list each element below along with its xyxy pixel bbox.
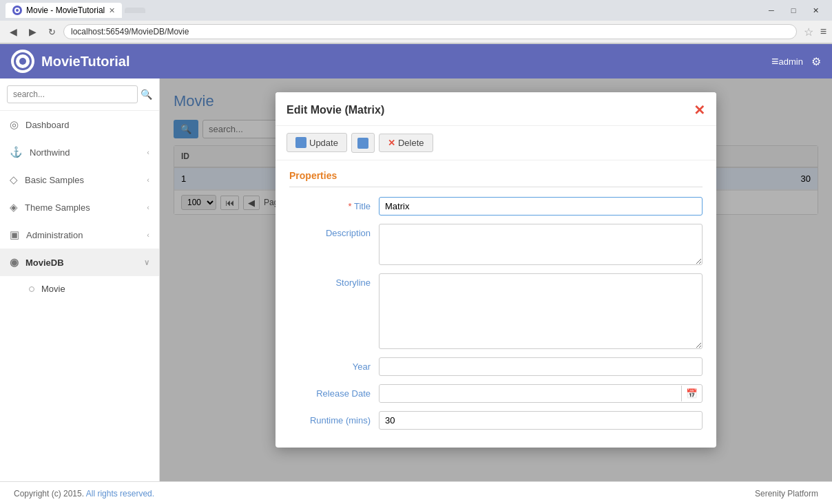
storyline-label: Storyline: [289, 273, 379, 288]
header-right: admin ⚙: [779, 55, 821, 68]
window-controls: ─ □ ✕: [760, 3, 826, 18]
title-input[interactable]: [379, 197, 703, 216]
browser-toolbar: ◀ ▶ ↻ ☆ ≡: [0, 21, 832, 43]
section-properties-title: Properties: [289, 170, 703, 187]
app-wrapper: MovieTutorial ≡ admin ⚙ 🔍 ◎ Dashboard ⚓ …: [0, 44, 832, 504]
search-button[interactable]: 🔍: [141, 89, 152, 100]
edit-movie-modal: Edit Movie (Matrix) ✕ Update ✕: [275, 92, 716, 448]
modal-toolbar: Update ✕ Delete: [275, 126, 716, 160]
tab-favicon: [12, 6, 22, 15]
hamburger-icon[interactable]: ≡: [771, 54, 779, 69]
sidebar-item-northwind[interactable]: ⚓ Northwind ‹: [0, 138, 159, 166]
delete-x-icon: ✕: [388, 138, 395, 148]
sidebar-item-movie[interactable]: Movie: [0, 276, 159, 302]
save-icon: [357, 138, 368, 149]
field-title-row: Title: [289, 197, 703, 216]
delete-button[interactable]: ✕ Delete: [379, 134, 433, 152]
main-content: Movie 🔍 ID Title ime in Minutes: [160, 78, 832, 481]
runtime-input[interactable]: [379, 411, 703, 430]
chevron-icon: ‹: [147, 148, 149, 156]
modal-overlay: Edit Movie (Matrix) ✕ Update ✕: [160, 78, 832, 481]
tab-title: Movie - MovieTutorial: [26, 6, 105, 15]
footer-rights-link[interactable]: All rights reserved.: [86, 489, 154, 498]
storyline-textarea[interactable]: [379, 273, 703, 349]
dashboard-icon: ◎: [10, 118, 19, 131]
calendar-icon[interactable]: 📅: [681, 386, 702, 401]
description-textarea[interactable]: [379, 224, 703, 265]
field-release-date-row: Release Date 📅: [289, 384, 703, 403]
footer-copyright: Copyright (c) 2015. All rights reserved.: [14, 489, 154, 498]
field-year-row: Year: [289, 357, 703, 376]
copyright-text: Copyright (c) 2015.: [14, 489, 84, 498]
modal-close-button[interactable]: ✕: [694, 102, 705, 118]
year-label: Year: [289, 357, 379, 372]
share-icon[interactable]: ⚙: [811, 55, 821, 68]
runtime-label: Runtime (mins): [289, 411, 379, 426]
forward-button[interactable]: ▶: [25, 24, 40, 39]
sidebar-item-dashboard[interactable]: ◎ Dashboard: [0, 111, 159, 138]
title-label: Title: [289, 197, 379, 211]
update-label: Update: [309, 138, 338, 148]
modal-header: Edit Movie (Matrix) ✕: [275, 92, 716, 126]
address-bar[interactable]: [63, 24, 797, 39]
theme-samples-icon: ◈: [10, 201, 18, 213]
sidebar-item-label: Theme Samples: [25, 202, 90, 213]
app-logo: [11, 50, 34, 73]
sidebar-item-basic-samples[interactable]: ◇ Basic Samples ‹: [0, 166, 159, 193]
year-input[interactable]: [379, 357, 703, 376]
chevron-icon: ‹: [147, 231, 149, 239]
sidebar-item-theme-samples[interactable]: ◈ Theme Samples ‹: [0, 193, 159, 221]
chevron-down-icon: ∨: [144, 258, 149, 267]
sidebar-item-label: Movie: [41, 284, 65, 294]
delete-label: Delete: [398, 138, 424, 148]
app-title: MovieTutorial: [41, 54, 758, 70]
sidebar-item-label: Dashboard: [25, 120, 70, 130]
tab-close-icon[interactable]: ✕: [109, 6, 115, 15]
sidebar-item-administration[interactable]: ▣ Administration ‹: [0, 221, 159, 249]
release-date-label: Release Date: [289, 384, 379, 399]
description-label: Description: [289, 224, 379, 238]
app-body: 🔍 ◎ Dashboard ⚓ Northwind ‹ ◇ Basic Samp…: [0, 78, 832, 481]
modal-title: Edit Movie (Matrix): [287, 104, 384, 116]
chevron-icon: ‹: [147, 203, 149, 211]
dot-icon: [29, 286, 34, 292]
modal-content: Properties Title Description: [275, 160, 716, 448]
sidebar: 🔍 ◎ Dashboard ⚓ Northwind ‹ ◇ Basic Samp…: [0, 78, 160, 481]
sidebar-item-moviedb[interactable]: ◉ MovieDB ∨: [0, 249, 159, 276]
back-button[interactable]: ◀: [6, 24, 21, 39]
bookmark-icon[interactable]: ☆: [804, 25, 813, 39]
browser-chrome: Movie - MovieTutorial ✕ ─ □ ✕ ◀ ▶ ↻ ☆ ≡: [0, 0, 832, 44]
refresh-button[interactable]: ↻: [44, 24, 59, 39]
basic-samples-icon: ◇: [10, 174, 18, 186]
sidebar-search-container: 🔍: [0, 78, 159, 111]
release-date-wrapper: 📅: [379, 384, 703, 403]
browser-titlebar: Movie - MovieTutorial ✕ ─ □ ✕: [0, 0, 832, 21]
update-button[interactable]: Update: [287, 133, 347, 152]
app-footer: Copyright (c) 2015. All rights reserved.…: [0, 481, 832, 504]
sidebar-item-label: Administration: [26, 230, 83, 240]
administration-icon: ▣: [10, 229, 19, 241]
sidebar-item-label: MovieDB: [25, 258, 64, 268]
chevron-icon: ‹: [147, 176, 149, 184]
moviedb-icon: ◉: [10, 256, 19, 269]
release-date-input[interactable]: [379, 385, 681, 402]
win-maximize-button[interactable]: □: [782, 3, 804, 18]
platform-label: Serenity Platform: [755, 489, 818, 498]
field-runtime-row: Runtime (mins): [289, 411, 703, 430]
field-description-row: Description: [289, 224, 703, 265]
browser-tab-inactive[interactable]: [125, 8, 145, 13]
update-icon: [295, 137, 306, 148]
user-menu[interactable]: admin: [779, 56, 803, 67]
sidebar-item-label: Basic Samples: [25, 175, 84, 185]
search-input[interactable]: [7, 85, 138, 103]
field-storyline-row: Storyline: [289, 273, 703, 349]
win-close-button[interactable]: ✕: [804, 3, 826, 18]
browser-tab-active[interactable]: Movie - MovieTutorial ✕: [6, 3, 122, 18]
northwind-icon: ⚓: [10, 146, 23, 158]
sidebar-item-label: Northwind: [30, 147, 70, 158]
browser-menu-icon[interactable]: ≡: [820, 25, 826, 38]
win-minimize-button[interactable]: ─: [760, 3, 782, 18]
save-button[interactable]: [351, 133, 375, 153]
app-header: MovieTutorial ≡ admin ⚙: [0, 44, 832, 78]
